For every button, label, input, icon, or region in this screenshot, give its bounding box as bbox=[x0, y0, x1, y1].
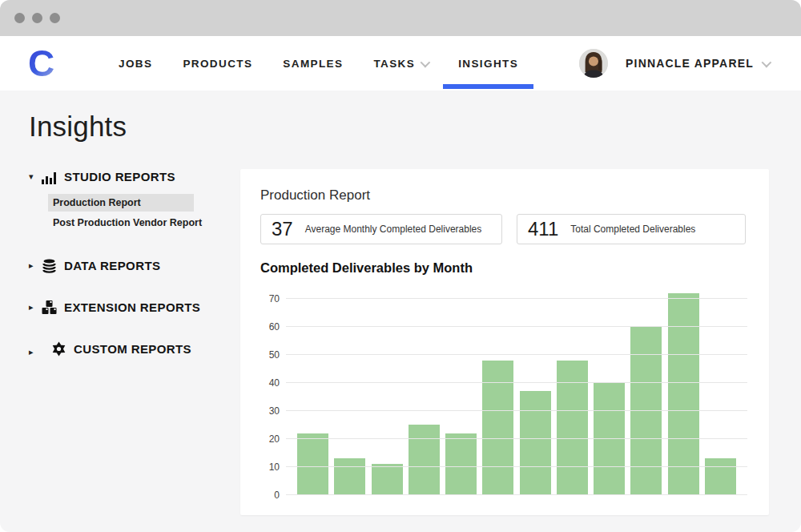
sidebar-group-extension-reports: ▸ EXTENSION REPORTS bbox=[29, 300, 240, 315]
stat-value: 37 bbox=[272, 218, 293, 240]
window-control-dot[interactable] bbox=[50, 13, 60, 23]
sidebar-group-studio-reports: ▾ STUDIO REPORTS Production Report Post … bbox=[29, 169, 240, 232]
chart-area: 010203040506070 bbox=[260, 291, 749, 501]
y-tick-label: 10 bbox=[260, 461, 280, 473]
gridline bbox=[286, 494, 747, 495]
main-nav: JOBS PRODUCTS SAMPLES TASKS INSIGHTS bbox=[103, 36, 533, 91]
bar bbox=[297, 433, 328, 495]
caret-down-icon: ▾ bbox=[29, 172, 42, 181]
stat-label: Total Completed Deliverables bbox=[570, 224, 695, 235]
sidebar-group-data-reports: ▸ DATA REPORTS bbox=[29, 258, 240, 273]
account-menu[interactable]: PINNACLE APPAREL bbox=[579, 36, 769, 91]
bar bbox=[445, 433, 477, 495]
nav-item-jobs[interactable]: JOBS bbox=[103, 36, 167, 91]
stat-label: Average Monthly Completed Deliverables bbox=[305, 224, 482, 235]
bar bbox=[372, 464, 403, 495]
sidebar-group-custom-reports: ▸ CUSTOM REPORTS bbox=[29, 341, 240, 357]
gridline bbox=[286, 326, 747, 327]
window-titlebar bbox=[0, 0, 801, 36]
chevron-down-icon bbox=[421, 60, 428, 67]
gridline bbox=[286, 410, 747, 411]
stat-cards: 37 Average Monthly Completed Deliverable… bbox=[260, 214, 749, 244]
y-tick-label: 30 bbox=[260, 405, 280, 417]
y-tick-label: 70 bbox=[260, 293, 280, 304]
bar bbox=[630, 327, 662, 495]
nav-item-tasks[interactable]: TASKS bbox=[358, 36, 443, 91]
gridline bbox=[286, 382, 747, 383]
y-tick-label: 50 bbox=[260, 349, 280, 361]
app-window: C JOBS PRODUCTS SAMPLES TASKS INSIGHTS bbox=[0, 0, 801, 532]
sidebar-group-header-data-reports[interactable]: ▸ DATA REPORTS bbox=[29, 258, 240, 273]
y-tick-label: 20 bbox=[260, 433, 280, 445]
y-tick-label: 40 bbox=[260, 377, 280, 389]
sidebar-group-header-custom-reports[interactable]: ▸ CUSTOM REPORTS bbox=[29, 341, 240, 357]
avatar bbox=[579, 49, 608, 78]
bar bbox=[594, 383, 625, 495]
chart-title: Completed Deliverables by Month bbox=[260, 260, 749, 276]
gridline bbox=[286, 298, 747, 299]
gridline bbox=[286, 354, 747, 355]
nav-item-samples[interactable]: SAMPLES bbox=[268, 36, 358, 91]
caret-right-icon: ▸ bbox=[29, 303, 42, 312]
bar bbox=[334, 458, 365, 495]
database-icon bbox=[42, 258, 57, 273]
bar bbox=[705, 458, 736, 495]
page-title: Insights bbox=[29, 111, 801, 143]
report-panel: Production Report 37 Average Monthly Com… bbox=[240, 169, 769, 515]
bar bbox=[668, 293, 699, 495]
stat-value: 411 bbox=[528, 218, 558, 240]
stat-card-total: 411 Total Completed Deliverables bbox=[517, 214, 746, 244]
bar-chart-icon bbox=[42, 169, 57, 184]
bar bbox=[520, 391, 551, 495]
sidebar-item-production-report[interactable]: Production Report bbox=[48, 194, 194, 212]
blocks-icon bbox=[42, 300, 57, 315]
gridline bbox=[286, 466, 747, 467]
page-content: Insights ▾ STUDIO REPORTS Production Rep… bbox=[0, 91, 801, 515]
studio-reports-items: Production Report Post Production Vendor… bbox=[48, 194, 240, 232]
caret-right-icon: ▸ bbox=[29, 261, 42, 270]
window-control-dot[interactable] bbox=[14, 13, 25, 23]
window-control-dot[interactable] bbox=[32, 13, 42, 23]
nav-item-insights[interactable]: INSIGHTS bbox=[443, 36, 533, 91]
gear-star-icon bbox=[51, 341, 66, 357]
bar bbox=[557, 361, 588, 495]
bar bbox=[482, 361, 513, 495]
nav-item-products[interactable]: PRODUCTS bbox=[167, 36, 268, 91]
sidebar-item-post-production-vendor-report[interactable]: Post Production Vendor Report bbox=[48, 214, 194, 232]
y-tick-label: 0 bbox=[260, 490, 280, 501]
app-logo[interactable]: C bbox=[28, 45, 70, 82]
account-name: PINNACLE APPAREL bbox=[626, 57, 754, 70]
stat-card-average-monthly: 37 Average Monthly Completed Deliverable… bbox=[260, 214, 502, 244]
caret-right-icon: ▸ bbox=[29, 341, 44, 357]
y-tick-label: 60 bbox=[260, 321, 280, 332]
reports-sidebar: ▾ STUDIO REPORTS Production Report Post … bbox=[29, 169, 240, 515]
chevron-down-icon bbox=[762, 60, 769, 67]
gridline bbox=[286, 438, 747, 439]
sidebar-group-header-studio-reports[interactable]: ▾ STUDIO REPORTS bbox=[29, 169, 240, 184]
report-title: Production Report bbox=[260, 187, 749, 204]
sidebar-group-header-extension-reports[interactable]: ▸ EXTENSION REPORTS bbox=[29, 300, 240, 315]
top-navbar: C JOBS PRODUCTS SAMPLES TASKS INSIGHTS bbox=[0, 36, 801, 91]
bar bbox=[409, 425, 440, 495]
